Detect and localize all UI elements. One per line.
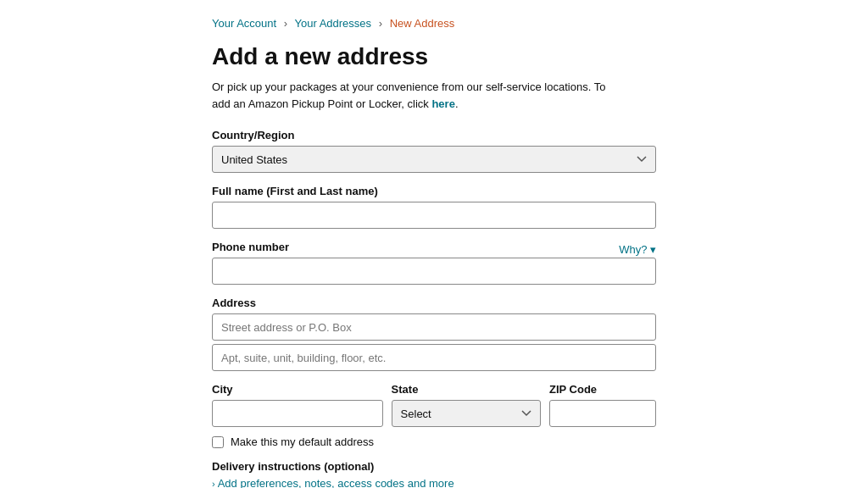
here-link[interactable]: here (431, 97, 454, 110)
address1-input[interactable] (212, 313, 656, 341)
delivery-preferences-link[interactable]: › Add preferences, notes, access codes a… (212, 477, 656, 488)
fullname-label: Full name (First and Last name) (212, 185, 656, 197)
phone-label: Phone number (212, 241, 289, 253)
city-input[interactable] (212, 400, 383, 427)
delivery-link-text: Add preferences, notes, access codes and… (218, 477, 454, 488)
address-group: Address (212, 297, 656, 371)
address-label: Address (212, 297, 656, 309)
default-address-checkbox[interactable] (212, 436, 224, 448)
fullname-input[interactable] (212, 202, 656, 229)
phone-input[interactable] (212, 258, 656, 285)
country-select[interactable]: United States (212, 146, 656, 173)
why-link[interactable]: Why? ▾ (619, 243, 656, 256)
breadcrumb-your-account[interactable]: Your Account (212, 17, 276, 30)
country-region-group: Country/Region United States (212, 129, 656, 173)
why-chevron-icon: ▾ (650, 243, 656, 256)
breadcrumb: Your Account › Your Addresses › New Addr… (212, 17, 656, 30)
phone-group: Phone number Why? ▾ (212, 241, 656, 285)
breadcrumb-new-address: New Address (390, 17, 455, 30)
state-select[interactable]: Select (392, 400, 541, 427)
arrow-right-icon: › (212, 479, 215, 489)
zip-group: ZIP Code (549, 383, 656, 427)
address2-input[interactable] (212, 344, 656, 371)
state-group: State Select (392, 383, 541, 427)
city-state-zip-row: City State Select ZIP Code (212, 383, 656, 427)
state-select-wrapper: Select (392, 400, 541, 427)
breadcrumb-your-addresses[interactable]: Your Addresses (295, 17, 372, 30)
zip-label: ZIP Code (549, 383, 656, 396)
country-label: Country/Region (212, 129, 656, 141)
delivery-label: Delivery instructions (optional) (212, 460, 656, 473)
state-label: State (392, 383, 541, 396)
zip-input[interactable] (549, 400, 656, 427)
city-group: City (212, 383, 383, 427)
city-label: City (212, 383, 383, 396)
default-address-label[interactable]: Make this my default address (231, 435, 374, 448)
fullname-group: Full name (First and Last name) (212, 185, 656, 229)
breadcrumb-sep-1: › (284, 17, 287, 30)
phone-label-row: Phone number Why? ▾ (212, 241, 656, 258)
address-inputs (212, 313, 656, 371)
page-container: Your Account › Your Addresses › New Addr… (0, 0, 868, 488)
page-subtitle: Or pick up your packages at your conveni… (212, 79, 619, 112)
page-title: Add a new address (212, 43, 656, 70)
default-address-row: Make this my default address (212, 435, 656, 448)
breadcrumb-sep-2: › (379, 17, 382, 30)
delivery-section: Delivery instructions (optional) › Add p… (212, 460, 656, 488)
